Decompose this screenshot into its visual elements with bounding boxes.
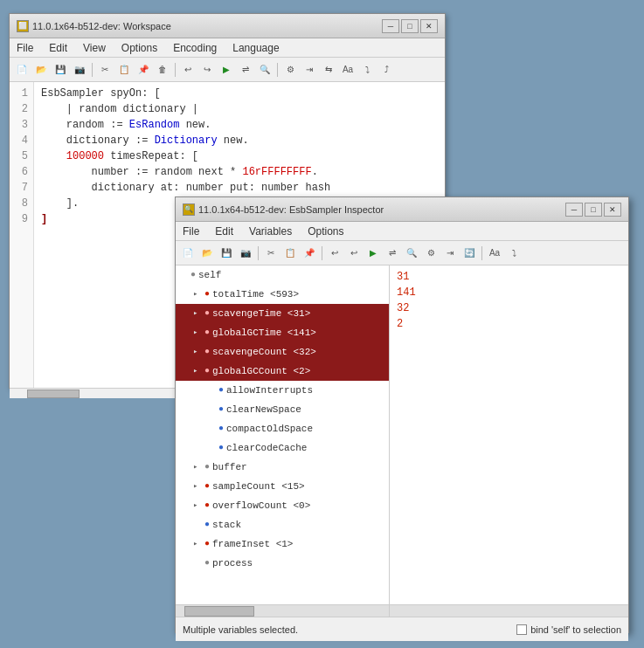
tb-save[interactable]: 💾 xyxy=(52,61,69,79)
tree-item-globalgctime[interactable]: ▸ ● globalGCTime <141> xyxy=(176,323,389,342)
menu-language[interactable]: Language xyxy=(229,41,282,55)
tree-item-clearcodecache[interactable]: ● clearCodeCache xyxy=(176,438,389,458)
insp-tb-paste[interactable]: 📌 xyxy=(301,245,318,262)
main-window-title: 11.0.1x64-b512-dev: Workspace xyxy=(32,21,171,31)
tree-item-compactoldspace[interactable]: ● compactOldSpace xyxy=(176,419,389,438)
tb-open[interactable]: 📂 xyxy=(32,61,50,79)
code-line-6: number := random next * 16rFFFFFFFF. xyxy=(41,164,438,180)
tree-item-clearnewspace[interactable]: ● clearNewSpace xyxy=(176,400,389,419)
editor-scrollbar-thumb[interactable] xyxy=(27,389,80,398)
inspector-values-panel[interactable]: 31 141 32 2 xyxy=(390,265,628,604)
tb-copy[interactable]: 📋 xyxy=(115,61,133,79)
insp-tb-wrap[interactable]: ⤵ xyxy=(505,245,523,262)
tb-run[interactable]: ▶ xyxy=(218,61,235,79)
values-scrollbar[interactable] xyxy=(390,605,628,617)
value-2: 2 xyxy=(397,316,621,332)
tb-font[interactable]: Aa xyxy=(339,61,357,79)
expand-globalgctime: ▸ xyxy=(193,325,202,341)
tb-cut[interactable]: ✂ xyxy=(96,61,114,79)
insp-tb-undo[interactable]: ↩ xyxy=(326,245,343,262)
insp-tb-debug[interactable]: ⇌ xyxy=(384,245,401,262)
tree-item-frameinset[interactable]: ▸ ● frameInset <1> xyxy=(176,534,389,554)
tree-item-scavengecount[interactable]: ▸ ● scavengeCount <32> xyxy=(176,342,389,362)
tb-new[interactable]: 📄 xyxy=(13,61,31,79)
tb-eval[interactable]: ⇥ xyxy=(301,61,318,79)
tree-item-buffer[interactable]: ▸ ● buffer xyxy=(176,458,389,477)
main-window-icon: ⬜ xyxy=(17,20,29,32)
tree-item-allowinterrupts[interactable]: ● allowInterrupts xyxy=(176,381,389,400)
inspector-close-btn[interactable]: ✕ xyxy=(604,203,621,217)
insp-menu-file[interactable]: File xyxy=(179,224,203,238)
tb-redo[interactable]: ↪ xyxy=(198,61,216,79)
tree-item-self[interactable]: ● self xyxy=(176,265,389,285)
tb-debug[interactable]: ⇌ xyxy=(237,61,254,79)
label-globalgccount: globalGCCount <2> xyxy=(212,363,310,379)
insp-menu-variables[interactable]: Variables xyxy=(246,224,295,238)
tb-paste[interactable]: 📌 xyxy=(135,61,152,79)
dot-stack: ● xyxy=(204,517,210,533)
expand-totaltime: ▸ xyxy=(193,286,202,302)
menu-options[interactable]: Options xyxy=(118,41,161,55)
menu-edit[interactable]: Edit xyxy=(45,41,71,55)
main-maximize-btn[interactable]: □ xyxy=(401,19,419,33)
label-clearnewspace: clearNewSpace xyxy=(226,402,301,417)
dot-frameinset: ● xyxy=(204,536,210,552)
tb-inspect[interactable]: ⇆ xyxy=(320,61,337,79)
insp-tb-step[interactable]: ⇥ xyxy=(441,245,459,262)
tb-undo[interactable]: ↩ xyxy=(179,61,197,79)
tb-wrap[interactable]: ⤴ xyxy=(377,61,395,79)
label-frameinset: frameInset <1> xyxy=(212,536,293,552)
tb-camera[interactable]: 📷 xyxy=(71,61,88,79)
insp-tb-font[interactable]: Aa xyxy=(486,245,503,262)
inspector-maximize-btn[interactable]: □ xyxy=(585,203,602,217)
inspector-minimize-btn[interactable]: ─ xyxy=(565,203,583,217)
main-window-controls: ─ □ ✕ xyxy=(382,19,438,33)
insp-tb-camera[interactable]: 📷 xyxy=(237,245,254,262)
value-31: 31 xyxy=(397,269,621,285)
tree-item-stack[interactable]: ● stack xyxy=(176,515,389,534)
menu-file[interactable]: File xyxy=(13,41,37,55)
tree-item-totaltime[interactable]: ▸ ● totalTime <593> xyxy=(176,285,389,304)
tree-scrollbar-thumb[interactable] xyxy=(184,606,254,617)
tree-scrollbar[interactable] xyxy=(176,605,390,617)
tb-browse[interactable]: ⚙ xyxy=(281,61,299,79)
main-close-btn[interactable]: ✕ xyxy=(420,19,438,33)
insp-tb-sep2 xyxy=(322,246,322,260)
main-toolbar: 📄 📂 💾 📷 ✂ 📋 📌 🗑 ↩ ↪ ▶ ⇌ 🔍 ⚙ ⇥ ⇆ Aa ⤵ ⤴ xyxy=(10,58,445,82)
tb-search[interactable]: 🔍 xyxy=(256,61,274,79)
insp-tb-refresh[interactable]: 🔄 xyxy=(460,245,478,262)
label-buffer: buffer xyxy=(212,459,247,475)
insp-tb-redo[interactable]: ↩ xyxy=(345,245,363,262)
insp-tb-save[interactable]: 💾 xyxy=(218,245,235,262)
insp-tb-run[interactable]: ▶ xyxy=(364,245,382,262)
tree-item-globalgccount[interactable]: ▸ ● globalGCCount <2> xyxy=(176,362,389,381)
inspector-status-bar: Multiple variables selected. bind 'self'… xyxy=(176,617,628,641)
tree-item-samplecount[interactable]: ▸ ● sampleCount <15> xyxy=(176,477,389,496)
insp-tb-new[interactable]: 📄 xyxy=(179,245,197,262)
main-minimize-btn[interactable]: ─ xyxy=(382,19,399,33)
tree-item-scavengetime[interactable]: ▸ ● scavengeTime <31> xyxy=(176,304,389,323)
menu-encoding[interactable]: Encoding xyxy=(170,41,220,55)
code-line-1: EsbSampler spyOn: [ xyxy=(41,86,438,101)
dot-globalgctime: ● xyxy=(204,325,210,341)
label-samplecount: sampleCount <15> xyxy=(212,479,305,494)
dot-buffer: ● xyxy=(204,459,210,475)
insp-tb-copy[interactable]: 📋 xyxy=(281,245,299,262)
bind-checkbox-area[interactable]: bind 'self' to selection xyxy=(516,624,621,635)
tb-sep1 xyxy=(92,63,93,77)
inspector-tree-panel[interactable]: ● self ▸ ● totalTime <593> ▸ ● scavengeT… xyxy=(176,265,390,604)
tree-item-process[interactable]: ● process xyxy=(176,554,389,573)
value-32: 32 xyxy=(397,300,621,316)
insp-tb-open[interactable]: 📂 xyxy=(198,245,216,262)
bind-checkbox[interactable] xyxy=(516,624,527,635)
tb-delete[interactable]: 🗑 xyxy=(154,61,171,79)
insp-menu-edit[interactable]: Edit xyxy=(211,224,237,238)
tb-indent[interactable]: ⤵ xyxy=(358,61,376,79)
insp-tb-search[interactable]: 🔍 xyxy=(403,245,420,262)
tree-item-overflowcount[interactable]: ▸ ● overflowCount <0> xyxy=(176,496,389,515)
menu-view[interactable]: View xyxy=(80,41,109,55)
insp-tb-cut[interactable]: ✂ xyxy=(262,245,280,262)
insp-menu-options[interactable]: Options xyxy=(304,224,347,238)
main-menu-bar: File Edit View Options Encoding Language xyxy=(10,38,445,58)
insp-tb-browse[interactable]: ⚙ xyxy=(422,245,440,262)
